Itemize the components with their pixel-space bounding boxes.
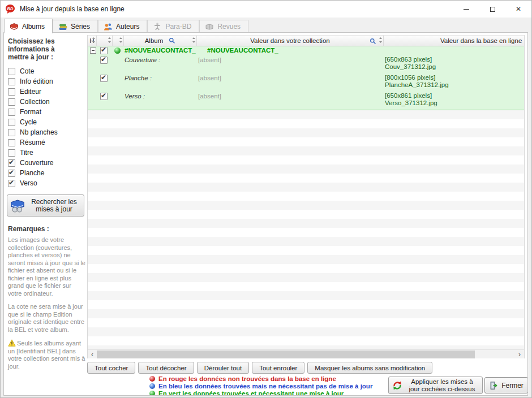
column-header-collection[interactable]: Valeur dans votre collection [197, 36, 384, 46]
option-nb-planches[interactable]: Nb planches [6, 127, 87, 137]
tab-series[interactable]: Séries [53, 20, 98, 33]
tab-bar: Albums Séries Auteurs Para-BD Revues [4, 18, 248, 33]
planche-checkbox[interactable] [8, 170, 15, 177]
horizontal-scrollbar[interactable]: ‹ › [88, 349, 524, 358]
option-label: Couverture [20, 159, 53, 167]
nb-planches-checkbox[interactable] [8, 129, 15, 136]
title-bar: BD Mise à jour depuis la base en ligne ✕ [1, 1, 531, 18]
scroll-left-icon[interactable]: ‹ [88, 350, 97, 359]
option-cote[interactable]: Cote [6, 66, 87, 76]
cycle-checkbox[interactable] [8, 119, 15, 126]
table-row-couverture[interactable]: Couverture : [absent] [650x863 pixels] C… [88, 55, 524, 73]
option-couverture[interactable]: Couverture [6, 158, 87, 168]
column-label: Valeur dans votre collection [250, 37, 329, 44]
option-label: Verso [20, 179, 37, 187]
column-header-album[interactable]: Album [124, 36, 197, 46]
option-resume[interactable]: Résumé [6, 137, 87, 148]
format-checkbox[interactable] [8, 109, 15, 116]
close-button[interactable]: ✕ [505, 1, 531, 18]
option-label: Format [20, 108, 41, 116]
svg-text:BD: BD [7, 6, 14, 11]
online-size: [650x863 pixels] [385, 56, 436, 63]
option-label: Cote [20, 67, 34, 75]
hide-unmodified-button[interactable]: Masquer les albums sans modification [307, 362, 432, 374]
info-edition-checkbox[interactable] [8, 78, 15, 85]
sort-arrows-icon [119, 37, 123, 44]
row-field-label: Verso : [125, 93, 145, 100]
expand-all-button[interactable]: Dérouler tout [197, 362, 249, 374]
row-field-label: Couverture : [125, 57, 160, 63]
maximize-button[interactable] [479, 1, 505, 18]
fermer-label: Fermer [501, 382, 524, 390]
row-online-value: [800x1056 pixels] PlancheA_371312.jpg [385, 74, 449, 89]
tab-revues: Revues [199, 20, 248, 33]
tab-albums[interactable]: Albums [4, 19, 53, 33]
option-label: Editeur [20, 88, 41, 96]
table-row-verso[interactable]: Verso : [absent] [650x861 pixels] Verso_… [88, 92, 524, 110]
check-all-button[interactable]: Tout cocher [87, 362, 135, 374]
row-checkbox[interactable] [100, 93, 108, 100]
book-binoculars-icon [9, 197, 26, 214]
couverture-checkbox[interactable] [8, 159, 15, 167]
option-info-edition[interactable]: Info édition [6, 76, 87, 86]
updates-table: H Album Valeur dans votre collection [87, 35, 525, 358]
sort-arrows-icon [379, 37, 383, 44]
scrollbar-thumb[interactable] [97, 351, 475, 358]
table-row-planche[interactable]: Planche : [absent] [800x1056 pixels] Pla… [88, 73, 524, 92]
sidebar: Choisissez les informations à mettre à j… [6, 35, 87, 376]
option-cycle[interactable]: Cycle [6, 117, 87, 127]
minimize-button[interactable] [453, 1, 479, 18]
album-group-row[interactable]: #NOUVEAUCONTACT_ #NOUVEAUCONTACT_ [88, 46, 524, 55]
collection-checkbox[interactable] [8, 98, 15, 106]
option-collection[interactable]: Collection [6, 97, 87, 107]
close-icon: ✕ [516, 5, 521, 13]
collection-filter-search-icon[interactable] [370, 38, 376, 45]
row-checkbox[interactable] [100, 75, 108, 82]
collapse-expander-icon[interactable] [90, 47, 96, 54]
option-label: Nb planches [20, 128, 58, 136]
online-size: [650x861 pixels] [385, 92, 437, 100]
fermer-button[interactable]: Fermer [484, 377, 528, 393]
option-titre[interactable]: Titre [6, 148, 87, 158]
titre-checkbox[interactable] [8, 149, 15, 157]
remark-images: Les images de votre collection (couvertu… [8, 236, 86, 297]
column-label: Album [145, 37, 164, 44]
sort-arrows-icon [192, 37, 196, 44]
row-checkbox[interactable] [100, 57, 108, 64]
verso-checkbox[interactable] [8, 180, 15, 187]
option-format[interactable]: Format [6, 107, 87, 117]
albums-book-icon [10, 22, 19, 31]
album-title: #NOUVEAUCONTACT_ [125, 47, 196, 54]
option-editeur[interactable]: Editeur [6, 86, 87, 97]
resume-checkbox[interactable] [8, 139, 15, 146]
cote-checkbox[interactable] [8, 68, 15, 75]
tab-label: Para-BD [165, 23, 191, 31]
apply-updates-button[interactable]: Appliquer les mises à jour cochées ci-de… [388, 377, 483, 394]
sidebar-title: Choisissez les informations à mettre à j… [8, 37, 74, 61]
row-field-label: Planche : [125, 75, 152, 81]
option-planche[interactable]: Planche [6, 168, 87, 178]
column-header-check[interactable] [97, 36, 113, 46]
empty-rows-area [88, 110, 524, 349]
table-toolbar: Tout cocher Tout décocher Dérouler tout … [87, 362, 432, 374]
scroll-right-icon[interactable]: › [515, 350, 524, 359]
group-row-checkbox[interactable] [100, 47, 108, 54]
editeur-checkbox[interactable] [8, 88, 15, 96]
remark-cote: La cote ne sera mise à jour que si le ch… [8, 303, 86, 334]
uncheck-all-button[interactable]: Tout décocher [138, 362, 194, 374]
column-header-status[interactable] [113, 36, 124, 46]
remarks-title: Remarques : [8, 225, 87, 233]
maximize-icon [490, 7, 495, 12]
album-filter-search-icon[interactable] [169, 37, 175, 44]
option-verso[interactable]: Verso [6, 178, 87, 188]
apply-updates-label: Appliquer les mises à jour cochées ci-de… [405, 378, 479, 393]
tab-auteurs[interactable]: Auteurs [98, 20, 147, 33]
column-header-online[interactable]: Valeur dans la base en ligne [384, 36, 524, 46]
column-header-h[interactable]: H [88, 36, 97, 46]
row-collection-value: [absent] [198, 93, 221, 100]
collapse-all-button[interactable]: Tout enrouler [252, 362, 304, 374]
option-label: Collection [20, 98, 50, 106]
exit-door-icon [489, 381, 498, 390]
app-window: BD Mise à jour depuis la base en ligne ✕… [0, 0, 532, 398]
search-updates-button[interactable]: Rechercher les mises à jour [7, 194, 84, 217]
